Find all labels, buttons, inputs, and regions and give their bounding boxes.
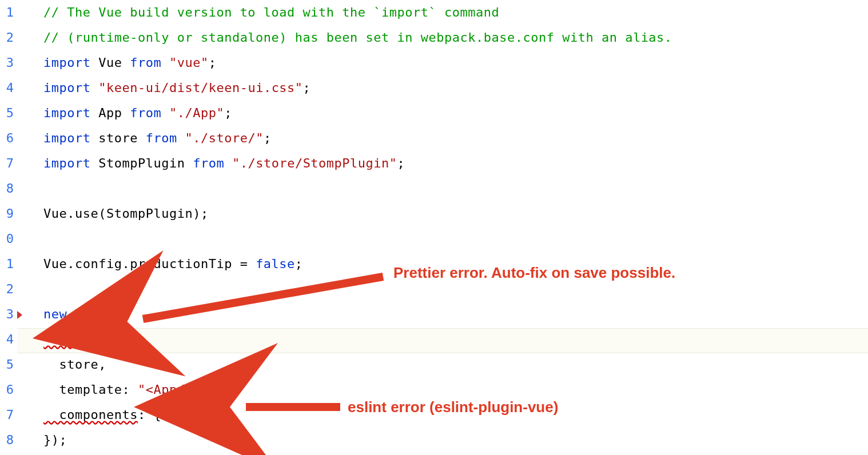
code-line[interactable]: 8 }); [0,428,868,453]
line-number: 1 [0,252,17,277]
keyword-import: import [43,55,90,70]
keyword-from: from [193,156,224,170]
line-number: 7 [0,151,17,176]
string-literal: "#app" [90,332,137,346]
keyword-from: from [146,131,177,145]
line-number: 2 [0,25,17,50]
statement: Vue.use(StompPlugin); [43,206,209,221]
arrow-icon [123,269,392,332]
code-line[interactable]: 0 [0,226,868,252]
line-number: 0 [0,226,17,252]
string-literal: "<App/>" [138,382,201,397]
code-line[interactable]: 7 import StompPlugin from "./store/Stomp… [0,151,868,176]
string-literal: "keen-ui/dist/keen-ui.css" [98,81,302,95]
line-number: 5 [0,101,17,126]
line-number: 8 [0,428,17,453]
line-number: 2 [0,277,17,302]
keyword-import: import [43,156,90,170]
object-literal: { App } [153,408,208,422]
keyword-import: import [43,131,90,145]
code-line[interactable]: 2 // (runtime-only or standalone) has be… [0,25,868,50]
svg-point-0 [51,332,58,340]
identifier: Vue [98,55,122,70]
code-line[interactable]: 8 [0,176,868,201]
identifier: store, [43,357,106,372]
line-number: 6 [0,126,17,151]
annotation-prettier: Prettier error. Auto-fix on save possibl… [393,264,675,282]
string-literal: "./App" [169,106,224,120]
code-line[interactable]: 9 Vue.use(StompPlugin); [0,201,868,226]
annotation-eslint: eslint error (eslint-plugin-vue) [348,398,558,416]
code-line[interactable]: 5 store, [0,352,868,377]
identifier: App [98,106,122,120]
code-line[interactable]: 5 import App from "./App"; [0,101,868,126]
line-number: 4 [0,327,17,352]
keyword-import: import [43,106,90,120]
identifier: Vue({ [67,307,114,321]
keyword-from: from [130,55,161,70]
closing-braces: }); [43,433,67,447]
code-line[interactable]: 1 // The Vue build version to load with … [0,0,868,25]
property-key: template: [43,382,138,397]
line-number: 3 [0,302,17,327]
code-line[interactable]: 4 import "keen-ui/dist/keen-ui.css"; [0,75,868,101]
code-line[interactable]: 3 import Vue from "vue"; [0,50,868,75]
string-literal: "./store/StompPlugin" [232,156,397,170]
line-number: 3 [0,50,17,75]
keyword-import: import [43,81,90,95]
identifier: StompPlugin [98,156,185,170]
keyword-new: new [43,307,67,321]
comment: // (runtime-only or standalone) has been… [43,30,672,45]
line-number: 4 [0,75,17,101]
line-number: 1 [0,0,17,25]
svg-rect-1 [53,339,56,341]
line-number: 8 [0,176,17,201]
arrow-icon [229,397,349,417]
line-number: 6 [0,377,17,402]
line-number: 7 [0,402,17,428]
line-number: 5 [0,352,17,377]
string-literal: "./store/" [185,131,263,145]
keyword-from: from [130,106,161,120]
comment: // The Vue build version to load with th… [43,5,499,19]
error-squiggle[interactable]: components [43,408,138,422]
svg-rect-2 [53,340,55,341]
code-line[interactable]: 6 import store from "./store/"; [0,126,868,151]
lightbulb-icon[interactable] [48,330,61,343]
svg-line-3 [143,277,383,319]
gutter-marker-icon[interactable] [17,311,22,319]
string-literal: "vue" [169,55,209,70]
line-number: 9 [0,201,17,226]
identifier: store [98,131,138,145]
code-editor[interactable]: 1 // The Vue build version to load with … [0,0,868,455]
